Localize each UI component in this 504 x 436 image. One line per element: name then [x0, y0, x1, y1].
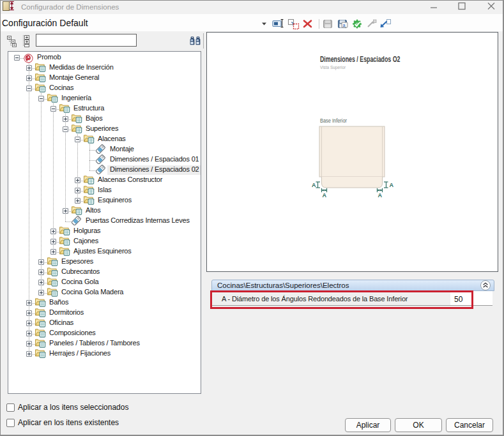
svg-text:A: A — [390, 182, 394, 188]
svg-text:A: A — [323, 192, 327, 199]
svg-text:A: A — [378, 192, 383, 199]
svg-text:A: A — [312, 182, 316, 188]
svg-text:a: a — [343, 23, 346, 27]
